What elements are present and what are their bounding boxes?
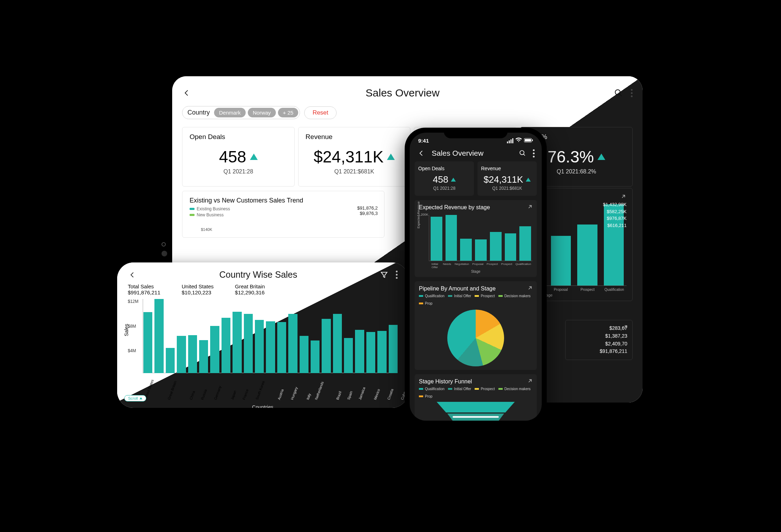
- stat-label: United States: [182, 283, 214, 289]
- filter-chip[interactable]: Denmark: [214, 108, 246, 117]
- value: $283,67: [570, 325, 627, 332]
- back-icon[interactable]: [417, 149, 426, 158]
- kpi-value: 458: [433, 174, 448, 185]
- stat-value: $12,290,316: [235, 289, 265, 295]
- scroll-label: Scroll: [128, 396, 138, 400]
- filter-label: Country: [187, 109, 210, 116]
- svg-rect-4: [525, 139, 531, 142]
- expand-icon[interactable]: [527, 285, 533, 291]
- kpi-open-deals[interactable]: Open Deals 458 Q1 2021:28: [182, 127, 295, 187]
- trend-up-icon: [526, 178, 531, 182]
- expand-icon[interactable]: [527, 204, 533, 210]
- kpi-title: Open Deals: [190, 133, 287, 141]
- page-title: Country Wise Sales: [219, 270, 297, 280]
- card-stage-funnel[interactable]: Stage History Funnel QualificationInitia…: [415, 374, 537, 421]
- stat-label: Total Sales: [128, 283, 160, 289]
- kpi-title: Open Deals: [418, 166, 470, 171]
- x-labels: Initial OfferNeedsNegotiationProposalPro…: [429, 262, 532, 269]
- more-icon[interactable]: [631, 89, 633, 97]
- kpi-sub: Q1 2021:$681K: [481, 186, 533, 191]
- more-icon[interactable]: [533, 149, 535, 157]
- kpi-revenue[interactable]: Revenue $24,311K Q1 2021:$681K: [298, 127, 411, 187]
- y-axis-label: Sales: [124, 324, 129, 336]
- expand-icon[interactable]: [622, 324, 629, 330]
- stat-value: $4,152,981: [286, 289, 313, 295]
- legend-values: $91,876,2 $9,876,3: [357, 205, 378, 216]
- y-ticks: $12M $8M $4M: [128, 299, 138, 382]
- svg-marker-2: [381, 272, 387, 277]
- svg-point-0: [615, 90, 620, 95]
- phone-device: 9:41 Sales Overview O: [405, 128, 547, 426]
- trend-up-icon: [387, 154, 395, 160]
- card-title: Stage History Funnel: [419, 378, 532, 385]
- home-indicator[interactable]: [453, 416, 499, 418]
- battery-icon: [524, 138, 533, 144]
- legend-item: New Business: [197, 212, 224, 217]
- svg-line-1: [620, 94, 622, 96]
- card-title: Existing vs New Customers Sales Trend: [190, 197, 377, 204]
- trend-up-icon: [250, 154, 258, 160]
- decorative-dots: [162, 242, 167, 256]
- tablet-header: Sales Overview: [182, 86, 633, 100]
- legend: QualificationInitial OfferProspectDecisi…: [419, 294, 532, 305]
- country-bar-chart: $12M $8M $4M United StatesGreat BritainC…: [128, 299, 398, 382]
- kpi-value: $24,311K: [484, 174, 523, 185]
- pie-chart: [447, 310, 504, 366]
- card-existing-vs-new[interactable]: Existing vs New Customers Sales Trend Ex…: [182, 191, 384, 238]
- svg-point-6: [520, 151, 524, 155]
- phone-notch: [444, 128, 508, 138]
- filter-icon[interactable]: [379, 270, 389, 279]
- stat-label: China: [286, 283, 313, 289]
- value: $1,387,23: [570, 332, 627, 340]
- country-filter[interactable]: Country Denmark Norway + 25: [182, 106, 300, 119]
- landscape-header: Country Wise Sales: [128, 270, 398, 280]
- summary-stats: Total Sales$991,876,211 United States$10…: [128, 283, 398, 295]
- stat-label: Great Britain: [235, 283, 265, 289]
- filter-chip[interactable]: Norway: [248, 108, 276, 117]
- x-axis-label: Countries: [128, 404, 398, 408]
- legend: QualificationInitial OfferProspectDecisi…: [419, 387, 532, 398]
- card-values-small[interactable]: $283,67 $1,387,23 $2,409,70 $91,876,211: [565, 320, 633, 360]
- scroll-button[interactable]: Scroll: [124, 395, 146, 401]
- bar-chart: [429, 215, 532, 261]
- search-icon[interactable]: [614, 88, 623, 98]
- phone-header: Sales Overview: [410, 144, 542, 161]
- kpi-revenue[interactable]: Revenue $24,311K Q1 2021:$681K: [477, 161, 537, 196]
- stat-value: $991,876,211: [128, 289, 160, 295]
- kpi-title: Revenue: [306, 133, 403, 141]
- card-expected-revenue-stage[interactable]: Expected Revenue by stage 1,200K Expecte…: [415, 200, 537, 277]
- legend-item: Existing Business: [197, 206, 230, 211]
- filter-chip[interactable]: + 25: [278, 108, 299, 117]
- kpi-value: $24,311K: [313, 147, 383, 166]
- value-list: $1,432,98K $582,25K $976,87K $616,211: [603, 201, 627, 229]
- wifi-icon: [515, 138, 522, 144]
- trend-up-icon: [597, 154, 605, 160]
- y-tick: $140K: [201, 227, 377, 232]
- signal-icon: [507, 138, 513, 143]
- more-icon[interactable]: [396, 271, 398, 279]
- trend-up-icon: [451, 178, 456, 182]
- page-title: Sales Overview: [432, 149, 484, 157]
- landscape-phone-device: Country Wise Sales Total Sales$991,876,2…: [117, 262, 408, 408]
- card-pipeline-pie[interactable]: Pipeline By Amount and Stage Qualificati…: [415, 281, 537, 370]
- kpi-value: 458: [219, 147, 246, 166]
- status-time: 9:41: [418, 138, 429, 144]
- value: $91,876,211: [570, 348, 627, 355]
- card-title: Pipeline By Amount and Stage: [419, 286, 532, 292]
- back-icon[interactable]: [182, 88, 191, 98]
- svg-line-7: [524, 154, 525, 156]
- value: $2,409,70: [570, 340, 627, 348]
- expand-icon[interactable]: [620, 193, 627, 200]
- svg-rect-5: [532, 139, 533, 141]
- search-icon[interactable]: [518, 149, 527, 158]
- kpi-open-deals[interactable]: Open Deals 458 Q1 2021:28: [415, 161, 474, 196]
- reset-button[interactable]: Reset: [304, 106, 336, 119]
- filter-bar: Country Denmark Norway + 25 Reset: [182, 106, 633, 119]
- stat-value: $10,120,223: [182, 289, 214, 295]
- expand-icon[interactable]: [527, 378, 533, 384]
- funnel-chart: [419, 402, 532, 421]
- kpi-value: 76.3%: [547, 147, 594, 166]
- back-icon[interactable]: [128, 270, 137, 279]
- kpi-sub: Q1 2021:28: [190, 168, 287, 175]
- kpi-sub: Q1 2021:28: [418, 186, 470, 191]
